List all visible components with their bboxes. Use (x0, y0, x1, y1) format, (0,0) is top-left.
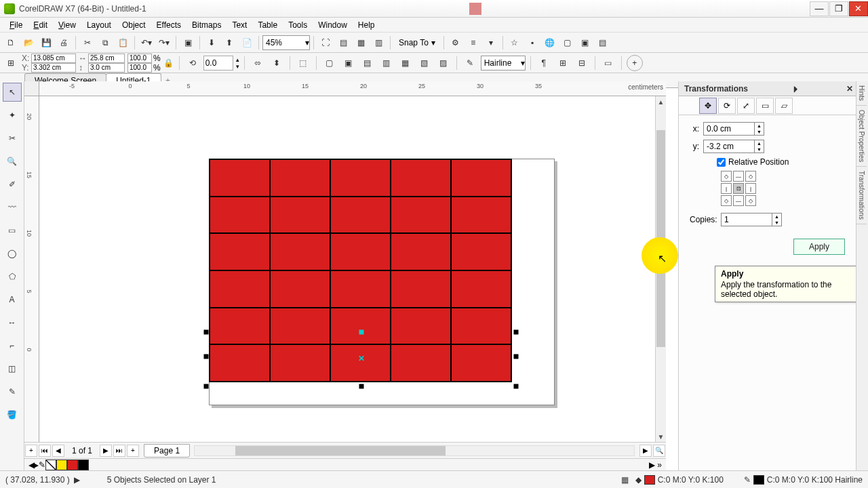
vscroll-thumb[interactable] (656, 130, 665, 347)
simplify-icon[interactable]: ▥ (378, 55, 395, 71)
eyedropper-palette-icon[interactable]: ✎ (39, 460, 45, 470)
open-icon[interactable]: 📂 (20, 35, 37, 51)
rectangle-tool-icon[interactable]: ▭ (3, 221, 22, 240)
rotation-angle-input[interactable] (203, 56, 233, 70)
minimize-button[interactable]: — (810, 1, 829, 16)
presets-icon[interactable]: ⊞ (3, 55, 19, 71)
pick-tool-icon[interactable]: ↖ (3, 83, 22, 102)
grid-cell[interactable] (210, 345, 269, 381)
search-content-icon[interactable]: ▣ (180, 35, 196, 51)
show-grid-icon[interactable]: ▦ (353, 35, 369, 51)
show-guidelines-icon[interactable]: ▥ (370, 35, 387, 51)
grid-cell[interactable] (271, 345, 330, 381)
last-page-icon[interactable]: ⏭ (113, 445, 125, 457)
selection-handle[interactable] (204, 384, 209, 389)
box3-icon[interactable]: ▤ (595, 35, 611, 51)
grid-cell[interactable] (452, 308, 511, 344)
ellipse-tool-icon[interactable]: ◯ (3, 244, 22, 263)
copy-icon[interactable]: ⧉ (97, 35, 113, 51)
object-y-input[interactable] (31, 63, 76, 73)
menu-help[interactable]: Help (353, 19, 380, 31)
next-page-icon[interactable]: ▶ (100, 445, 112, 457)
palette-right-icon[interactable]: ▶ » (649, 460, 666, 470)
rotation-center[interactable]: ✕ (358, 353, 364, 359)
zoom-level-select[interactable]: 45%▾ (262, 35, 310, 50)
grid-cell[interactable] (391, 160, 450, 196)
intersect-icon[interactable]: ▤ (359, 55, 376, 71)
grid-cell[interactable] (391, 197, 450, 233)
grid-cell[interactable] (210, 160, 269, 196)
hints-tab[interactable]: Hints (856, 81, 867, 106)
user-account-icon[interactable] (469, 3, 481, 15)
grid-cell[interactable] (210, 308, 269, 344)
new-icon[interactable]: 🗋 (3, 35, 19, 51)
grid-cell[interactable] (452, 234, 511, 270)
grid-cell[interactable] (331, 234, 390, 270)
cut-icon[interactable]: ✂ (79, 35, 96, 51)
redo-icon[interactable]: ↷▾ (156, 35, 172, 51)
weld-icon[interactable]: ▢ (321, 55, 338, 71)
mirror-v-icon[interactable]: ⬍ (269, 55, 285, 71)
grid-cell[interactable] (271, 308, 330, 344)
grid-cell[interactable] (271, 160, 330, 196)
docker-close-icon[interactable]: ✕ (844, 84, 856, 94)
snap-to-dropdown[interactable]: Snap To ▾ (394, 36, 440, 49)
boundary-icon[interactable]: ▨ (435, 55, 452, 71)
shape-tool-icon[interactable]: ✦ (3, 106, 22, 125)
object-x-input[interactable] (31, 54, 76, 63)
first-page-icon[interactable]: ⏮ (39, 445, 51, 457)
close-button[interactable]: ✕ (849, 1, 868, 16)
add-page-after-icon[interactable]: + (127, 445, 139, 457)
yellow-swatch[interactable] (56, 460, 67, 470)
grid-cell[interactable] (391, 308, 450, 344)
effects-tool-icon[interactable]: ◫ (3, 359, 22, 378)
paste-icon[interactable]: 📋 (115, 35, 131, 51)
copies-input[interactable] (721, 213, 772, 226)
align-icon-1[interactable]: ⊞ (555, 55, 571, 71)
grid-cell[interactable] (391, 234, 450, 270)
rotate-tab-icon[interactable]: ⟳ (718, 98, 736, 114)
options-icon[interactable]: ⚙ (448, 35, 464, 51)
restore-button[interactable]: ❐ (829, 1, 848, 16)
show-rulers-icon[interactable]: ▤ (335, 35, 351, 51)
transform-x-input[interactable] (703, 122, 755, 136)
box-icon[interactable]: ▢ (559, 35, 576, 51)
outline-pen-icon[interactable]: ✎ (462, 55, 478, 71)
grid-cell[interactable] (391, 271, 450, 307)
transformations-tab[interactable]: Transformations (856, 167, 867, 224)
play-icon[interactable]: ▶ (74, 475, 80, 485)
scroll-right-icon[interactable]: ▶ (639, 445, 652, 457)
y-spinner[interactable]: ▲▼ (755, 140, 764, 153)
front-minus-back-icon[interactable]: ▦ (397, 55, 414, 71)
no-color-swatch[interactable] (45, 460, 56, 470)
menu-edit[interactable]: Edit (28, 19, 53, 31)
selection-handle[interactable] (514, 354, 519, 359)
mirror-h-icon[interactable]: ⬄ (250, 55, 266, 71)
page-tab[interactable]: Page 1 (144, 444, 190, 458)
export-icon[interactable]: ⬆ (221, 35, 237, 51)
print-icon[interactable]: 🖨 (56, 35, 72, 51)
position-tab-icon[interactable]: ✥ (699, 98, 717, 114)
grid-cell[interactable] (271, 271, 330, 307)
transform-y-input[interactable] (703, 140, 755, 153)
outline-width-select[interactable]: Hairline▾ (481, 56, 526, 70)
vertical-ruler[interactable]: 20151050 (24, 96, 39, 442)
import-icon[interactable]: ⬇ (203, 35, 220, 51)
wrap-text-icon[interactable]: ¶ (536, 55, 552, 71)
dimension-tool-icon[interactable]: ↔ (3, 313, 22, 332)
menu-table[interactable]: Table (252, 19, 283, 31)
menu-text[interactable]: Text (226, 19, 252, 31)
grid-cell[interactable] (452, 160, 511, 196)
save-icon[interactable]: 💾 (38, 35, 54, 51)
selection-handle[interactable] (359, 384, 363, 389)
grid-cell[interactable] (210, 271, 269, 307)
text-tool-icon[interactable]: A (3, 290, 22, 309)
scale-x-input[interactable] (127, 54, 152, 63)
full-screen-icon[interactable]: ⛶ (317, 35, 334, 51)
canvas[interactable]: ▲ ▼ ✕ (39, 96, 666, 442)
x-spinner[interactable]: ▲▼ (755, 122, 764, 136)
apply-button[interactable]: Apply (793, 239, 845, 255)
color-proof-icon[interactable]: ▦ (621, 475, 629, 485)
outline-indicator-icon[interactable]: ✎ (744, 475, 751, 485)
menu-view[interactable]: View (53, 19, 81, 31)
